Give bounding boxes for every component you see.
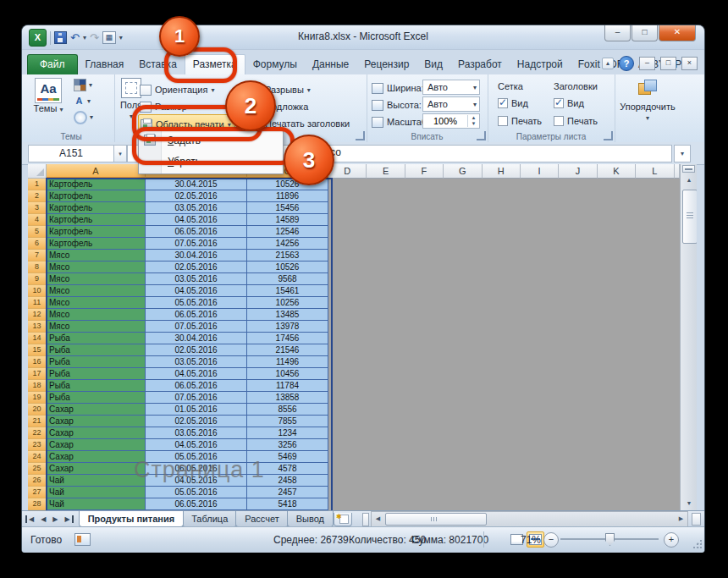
collapse-ribbon-icon[interactable]: ▴ [602,58,614,69]
cell-B7[interactable]: 30.04.2016 [146,250,247,261]
cell-C27[interactable]: 2457 [247,487,328,498]
cell-C9[interactable]: 9568 [247,273,328,285]
cell-A27[interactable]: Чай [47,487,146,498]
cell-C6[interactable]: 14256 [247,238,328,250]
cell-A14[interactable]: Рыба [47,333,146,344]
row-header-2[interactable]: 2 [28,190,47,202]
scroll-right-icon[interactable]: ▶ [675,512,687,525]
cell-C16[interactable]: 11496 [247,356,328,368]
next-sheet-icon[interactable]: ▶ [49,515,61,523]
cell-C14[interactable]: 17456 [247,333,328,344]
sheet-tab-Продукты питания[interactable]: Продукты питания [79,511,185,527]
macro-record-icon[interactable] [74,533,91,546]
tab-Вид[interactable]: Вид [416,55,450,74]
row-header-26[interactable]: 26 [28,475,47,487]
cell-C23[interactable]: 3256 [247,439,328,451]
row-header-20[interactable]: 20 [28,404,47,416]
cell-A23[interactable]: Сахар [47,439,146,451]
cell-C2[interactable]: 11896 [247,190,328,202]
row-header-13[interactable]: 13 [28,321,47,333]
tab-Главная[interactable]: Главная [78,55,132,74]
cell-C10[interactable]: 15461 [247,285,328,297]
cell-B3[interactable]: 03.05.2016 [146,202,247,214]
arrange-button[interactable]: Упорядочить ▾ [615,80,681,122]
gridlines-view-checkbox[interactable]: Вид [498,95,528,112]
cell-B23[interactable]: 04.05.2016 [146,439,247,451]
cell-A26[interactable]: Чай [47,475,146,487]
cell-A8[interactable]: Мясо [47,261,146,273]
cell-A11[interactable]: Мясо [47,297,146,309]
column-header-E[interactable]: E [367,164,405,179]
cell-B22[interactable]: 03.05.2016 [146,427,247,439]
horizontal-split-handle[interactable] [692,513,701,526]
last-sheet-icon[interactable]: ▶ [61,515,73,523]
cell-B28[interactable]: 06.05.2016 [146,498,247,510]
row-header-18[interactable]: 18 [28,380,47,392]
zoom-in-button[interactable]: + [664,532,679,548]
row-header-16[interactable]: 16 [28,356,47,368]
cell-A16[interactable]: Рыба [47,356,146,368]
cell-A25[interactable]: Сахар [47,463,146,475]
dialog-launcher-icon[interactable] [604,131,613,140]
theme-colors-button[interactable]: ▾ [74,78,93,92]
cell-B1[interactable]: 30.04.2015 [146,179,247,190]
cell-B9[interactable]: 03.05.2016 [146,273,247,285]
workbook-close-icon[interactable]: × [681,57,698,70]
cell-C4[interactable]: 14589 [247,214,328,226]
cell-A24[interactable]: Сахар [47,451,146,463]
cell-B4[interactable]: 04.05.2016 [146,214,247,226]
column-header-A[interactable]: A [47,164,146,179]
row-header-21[interactable]: 21 [28,416,47,427]
tab-Рецензир[interactable]: Рецензир [356,55,416,74]
tab-Разработ[interactable]: Разработ [450,55,510,74]
cell-A21[interactable]: Сахар [47,416,146,427]
cell-C13[interactable]: 13978 [247,321,328,333]
row-header-12[interactable]: 12 [28,309,47,321]
column-header-D[interactable]: D [328,164,367,179]
cell-C18[interactable]: 11784 [247,380,328,392]
cell-C22[interactable]: 1234 [247,427,328,439]
theme-effects-button[interactable]: ▾ [74,110,93,124]
cell-B18[interactable]: 06.05.2016 [146,380,247,392]
cell-B5[interactable]: 06.05.2016 [146,226,247,238]
row-header-28[interactable]: 28 [28,498,47,510]
workbook-minimize-icon[interactable]: – [639,57,655,70]
orientation-button[interactable]: Ориентация▾ [140,81,214,98]
cell-C8[interactable]: 10526 [247,261,328,273]
width-combobox[interactable]: Авто▾ [422,80,480,95]
sheet-tab-Таблица[interactable]: Таблица [182,511,237,527]
cell-A15[interactable]: Рыба [47,344,146,356]
scale-spinner[interactable]: 100% ▲▼ [422,113,480,129]
dialog-launcher-icon[interactable] [356,131,365,140]
column-header-L[interactable]: L [636,164,674,179]
row-header-7[interactable]: 7 [28,250,47,261]
height-combobox[interactable]: Авто▾ [422,96,480,112]
column-header-F[interactable]: F [405,164,444,179]
column-header-I[interactable]: I [521,164,559,179]
row-header-14[interactable]: 14 [28,333,47,344]
row-header-4[interactable]: 4 [28,214,47,226]
name-box[interactable]: A151 [28,145,114,162]
theme-fonts-button[interactable]: А▾ [74,94,93,108]
row-header-8[interactable]: 8 [28,261,47,273]
scroll-up-icon[interactable]: ▲ [681,173,697,186]
normal-view-button[interactable] [489,531,507,548]
cell-B15[interactable]: 02.05.2016 [146,344,247,356]
row-header-17[interactable]: 17 [28,368,47,380]
cell-B12[interactable]: 06.05.2016 [146,309,247,321]
cell-A1[interactable]: Картофель [47,179,146,190]
cell-B13[interactable]: 07.05.2016 [146,321,247,333]
row-header-3[interactable]: 3 [28,202,47,214]
restore-button[interactable]: □ [631,25,658,41]
cell-A12[interactable]: Мясо [47,309,146,321]
tab-Данные[interactable]: Данные [305,55,356,74]
close-button[interactable]: ✕ [659,25,696,41]
cell-B14[interactable]: 30.04.2016 [146,333,247,344]
row-header-22[interactable]: 22 [28,427,47,439]
zoom-level[interactable]: 71% [521,534,541,546]
cell-B2[interactable]: 02.05.2016 [146,190,247,202]
cell-A13[interactable]: Мясо [47,321,146,333]
row-header-5[interactable]: 5 [28,226,47,238]
zoom-slider-thumb[interactable] [605,533,615,546]
formula-bar-expand-icon[interactable]: ▾ [674,145,691,162]
